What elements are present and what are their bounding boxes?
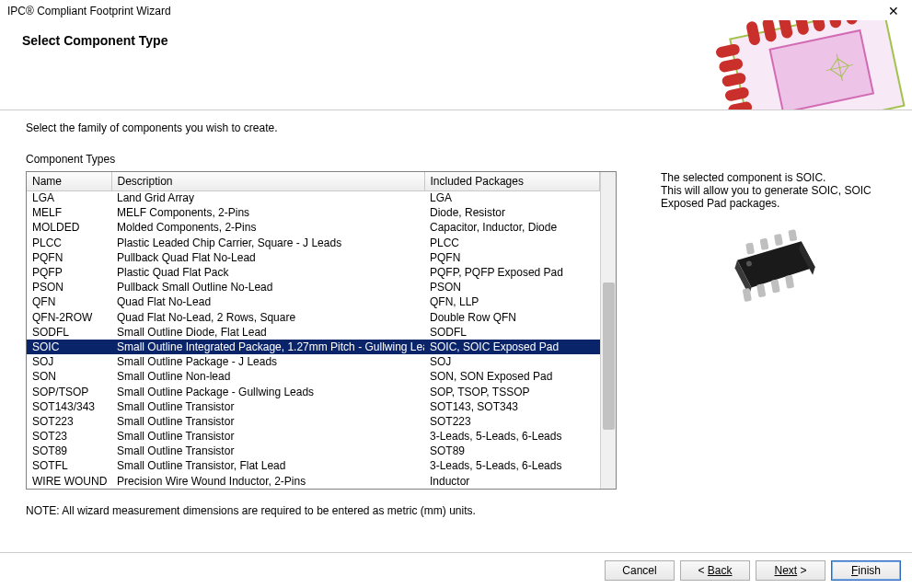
- col-name[interactable]: Name: [27, 172, 111, 190]
- cell-pkg: SOT223: [424, 414, 600, 429]
- instruction-text: Select the family of components you wish…: [26, 121, 886, 134]
- cell-desc: Molded Components, 2-Pins: [111, 220, 424, 235]
- window-title: IPC® Compliant Footprint Wizard: [7, 5, 171, 17]
- table-row[interactable]: MELFMELF Components, 2-PinsDiode, Resist…: [27, 205, 600, 220]
- table-row[interactable]: SOT223Small Outline TransistorSOT223: [27, 414, 600, 429]
- scrollbar-thumb[interactable]: [603, 282, 615, 430]
- component-preview-image: [714, 226, 834, 318]
- cell-pkg: SOT143, SOT343: [424, 399, 600, 414]
- cell-desc: Quad Flat No-Lead, 2 Rows, Square: [111, 310, 424, 325]
- table-row[interactable]: PQFNPullback Quad Flat No-LeadPQFN: [27, 250, 600, 265]
- cell-name: SOTFL: [27, 458, 111, 473]
- table-row[interactable]: WIRE WOUNDPrecision Wire Wound Inductor,…: [27, 474, 600, 489]
- cell-name: SOT23: [27, 429, 111, 444]
- cancel-button[interactable]: Cancel: [605, 560, 675, 581]
- cell-desc: Small Outline Transistor, Flat Lead: [111, 458, 424, 473]
- cell-name: PQFP: [27, 265, 111, 280]
- cell-pkg: 3-Leads, 5-Leads, 6-Leads: [424, 429, 600, 444]
- cell-desc: Small Outline Package - Gullwing Leads: [111, 384, 424, 398]
- cell-name: MELF: [27, 205, 111, 220]
- table-row[interactable]: QFNQuad Flat No-LeadQFN, LLP: [27, 294, 600, 309]
- cell-desc: Small Outline Transistor: [111, 414, 424, 429]
- table-row[interactable]: SOT143/343Small Outline TransistorSOT143…: [27, 399, 600, 414]
- cell-desc: Pullback Small Outline No-Lead: [111, 280, 424, 294]
- selection-summary-line2: This will allow you to generate SOIC, SO…: [661, 184, 886, 210]
- cell-pkg: PSON: [424, 280, 600, 294]
- table-row[interactable]: PLCCPlastic Leaded Chip Carrier, Square …: [27, 236, 600, 250]
- table-row[interactable]: SOP/TSOPSmall Outline Package - Gullwing…: [27, 384, 600, 398]
- cell-desc: MELF Components, 2-Pins: [111, 205, 424, 220]
- table-scrollbar[interactable]: [600, 172, 616, 489]
- cell-name: PQFN: [27, 250, 111, 265]
- cell-pkg: 3-Leads, 5-Leads, 6-Leads: [424, 458, 600, 473]
- cell-pkg: SON, SON Exposed Pad: [424, 369, 600, 384]
- table-row[interactable]: QFN-2ROWQuad Flat No-Lead, 2 Rows, Squar…: [27, 310, 600, 325]
- svg-rect-20: [784, 275, 793, 289]
- col-packages[interactable]: Included Packages: [424, 172, 600, 190]
- svg-rect-18: [756, 283, 766, 297]
- cell-pkg: PQFP, PQFP Exposed Pad: [424, 265, 600, 280]
- cell-name: SOP/TSOP: [27, 384, 111, 398]
- svg-rect-19: [770, 279, 779, 293]
- cell-name: SOT223: [27, 414, 111, 429]
- window-titlebar: IPC® Compliant Footprint Wizard ✕: [0, 0, 912, 20]
- table-row[interactable]: PSONPullback Small Outline No-LeadPSON: [27, 280, 600, 294]
- cell-name: QFN: [27, 294, 111, 309]
- cell-pkg: PQFN: [424, 250, 600, 265]
- next-button[interactable]: Next >: [756, 560, 825, 581]
- cell-name: WIRE WOUND: [27, 474, 111, 489]
- cell-desc: Small Outline Package - J Leads: [111, 354, 424, 369]
- cell-desc: Pullback Quad Flat No-Lead: [111, 250, 424, 265]
- table-row[interactable]: SOJSmall Outline Package - J LeadsSOJ: [27, 354, 600, 369]
- cell-name: LGA: [27, 190, 111, 205]
- cell-name: PLCC: [27, 236, 111, 250]
- cell-desc: Small Outline Non-lead: [111, 369, 424, 384]
- finish-button[interactable]: Finish: [831, 560, 901, 581]
- table-row[interactable]: SOT89Small Outline TransistorSOT89: [27, 444, 600, 458]
- cell-pkg: PLCC: [424, 236, 600, 250]
- table-row[interactable]: LGALand Grid ArrayLGA: [27, 190, 600, 205]
- table-row[interactable]: SOICSmall Outline Integrated Package, 1.…: [27, 340, 600, 354]
- cell-desc: Plastic Leaded Chip Carrier, Square - J …: [111, 236, 424, 250]
- cell-desc: Small Outline Diode, Flat Lead: [111, 325, 424, 340]
- table-row[interactable]: MOLDEDMolded Components, 2-PinsCapacitor…: [27, 220, 600, 235]
- cell-pkg: SODFL: [424, 325, 600, 340]
- cell-name: PSON: [27, 280, 111, 294]
- cell-name: QFN-2ROW: [27, 310, 111, 325]
- cell-name: SOIC: [27, 340, 111, 354]
- table-header-row: Name Description Included Packages: [27, 172, 600, 190]
- cell-pkg: QFN, LLP: [424, 294, 600, 309]
- cell-desc: Small Outline Integrated Package, 1.27mm…: [111, 340, 424, 354]
- col-description[interactable]: Description: [111, 172, 424, 190]
- cell-pkg: Double Row QFN: [424, 310, 600, 325]
- table-row[interactable]: SODFLSmall Outline Diode, Flat LeadSODFL: [27, 325, 600, 340]
- table-row[interactable]: SOT23Small Outline Transistor3-Leads, 5-…: [27, 429, 600, 444]
- cell-pkg: Diode, Resistor: [424, 205, 600, 220]
- section-label: Component Types: [26, 153, 886, 166]
- cell-name: SOT143/343: [27, 399, 111, 414]
- cell-desc: Small Outline Transistor: [111, 399, 424, 414]
- cell-pkg: SOJ: [424, 354, 600, 369]
- table-row[interactable]: SONSmall Outline Non-leadSON, SON Expose…: [27, 369, 600, 384]
- component-types-table: Name Description Included Packages LGALa…: [26, 171, 617, 490]
- cell-name: SON: [27, 369, 111, 384]
- cell-name: SODFL: [27, 325, 111, 340]
- back-button[interactable]: < Back: [680, 560, 750, 581]
- cell-pkg: SOIC, SOIC Exposed Pad: [424, 340, 600, 354]
- preview-panel: The selected component is SOIC. This wil…: [661, 171, 886, 490]
- svg-rect-21: [745, 242, 755, 254]
- close-icon[interactable]: ✕: [883, 4, 905, 18]
- note-text: NOTE: All wizard measurement dimensions …: [26, 504, 886, 517]
- cell-desc: Precision Wire Wound Inductor, 2-Pins: [111, 474, 424, 489]
- wizard-header: Select Component Type: [0, 20, 912, 110]
- selection-summary-line1: The selected component is SOIC.: [661, 171, 886, 184]
- cell-pkg: SOT89: [424, 444, 600, 458]
- cell-desc: Small Outline Transistor: [111, 444, 424, 458]
- svg-rect-22: [759, 238, 768, 250]
- svg-rect-24: [788, 229, 797, 241]
- cell-desc: Plastic Quad Flat Pack: [111, 265, 424, 280]
- table-row[interactable]: PQFPPlastic Quad Flat PackPQFP, PQFP Exp…: [27, 265, 600, 280]
- table-row[interactable]: SOTFLSmall Outline Transistor, Flat Lead…: [27, 458, 600, 473]
- wizard-footer: Cancel < Back Next > Finish: [0, 552, 912, 588]
- cell-desc: Land Grid Array: [111, 190, 424, 205]
